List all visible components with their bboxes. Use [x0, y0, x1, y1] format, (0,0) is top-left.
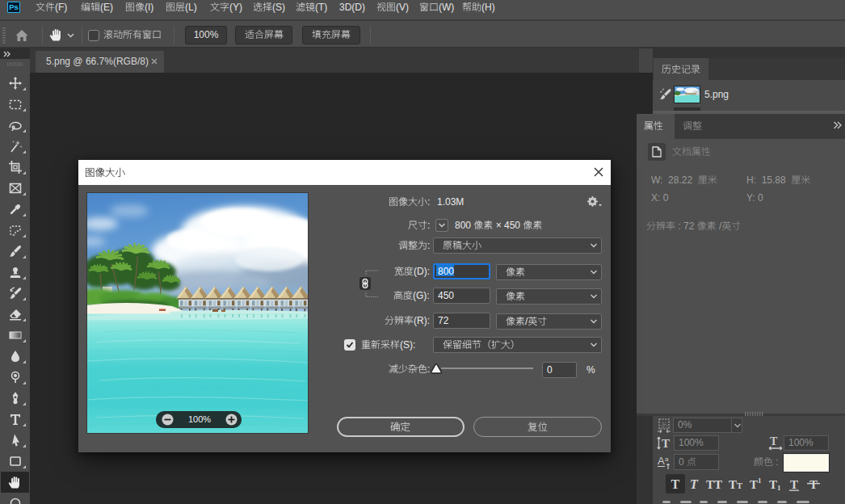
svg-text:T: T	[671, 477, 680, 491]
svg-text:1: 1	[758, 477, 762, 485]
svg-text:T: T	[770, 435, 778, 447]
svg-text::: :	[773, 456, 779, 468]
svg-text:TT: TT	[706, 478, 722, 491]
svg-text::: :	[427, 240, 430, 251]
svg-text:: 72: : 72	[675, 220, 697, 232]
svg-text:0: 0	[679, 456, 687, 468]
svg-text:T: T	[737, 481, 742, 490]
svg-text:(S): (S)	[272, 2, 285, 13]
svg-text:800: 800	[455, 220, 473, 231]
svg-text:(L): (L)	[185, 2, 197, 13]
svg-text:T: T	[690, 477, 699, 491]
svg-text:T: T	[769, 478, 777, 491]
svg-text:T: T	[750, 478, 758, 491]
svg-text:(D):: (D):	[414, 266, 430, 277]
svg-text:(W): (W)	[439, 2, 454, 13]
svg-text:(I): (I)	[145, 2, 153, 13]
svg-text:(V): (V)	[396, 2, 409, 13]
svg-text:a: a	[665, 456, 669, 463]
svg-text:(R):: (R):	[414, 315, 430, 326]
svg-text:(E): (E)	[100, 2, 113, 13]
svg-text:W: 28.22: W: 28.22	[651, 174, 698, 186]
svg-text:3D(D): 3D(D)	[339, 2, 365, 13]
svg-text:/: /	[525, 316, 528, 327]
svg-text::: :	[427, 220, 430, 231]
svg-text:T: T	[729, 478, 737, 491]
svg-text:(T): (T)	[315, 2, 327, 13]
svg-text:T: T	[790, 478, 798, 491]
svg-text:(Y): (Y)	[229, 2, 242, 13]
svg-text:(G):: (G):	[413, 290, 430, 301]
svg-text:(S):: (S):	[400, 339, 415, 351]
svg-text:× 450: × 450	[493, 220, 523, 231]
svg-text:(F): (F)	[55, 2, 67, 13]
svg-text:T: T	[809, 478, 818, 491]
svg-text:1: 1	[777, 484, 781, 492]
svg-text:(H): (H)	[481, 2, 495, 13]
svg-text::: :	[427, 196, 430, 208]
svg-text:T: T	[662, 437, 670, 450]
svg-text:/: /	[717, 220, 722, 232]
svg-text:H: 15.88: H: 15.88	[746, 174, 791, 186]
svg-text:A: A	[658, 455, 665, 467]
